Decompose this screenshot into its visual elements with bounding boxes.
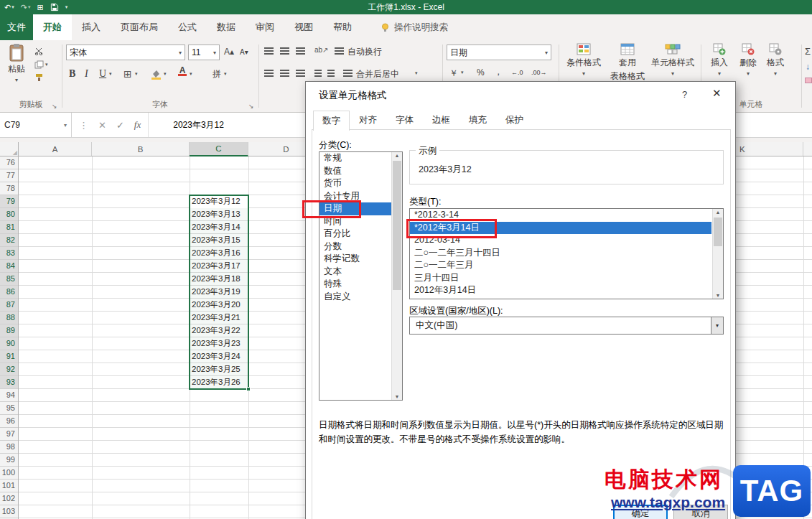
- insert-cells-button[interactable]: 插入 ▾: [706, 43, 732, 77]
- row-header[interactable]: 84: [0, 260, 18, 273]
- merge-center-button[interactable]: 合并后居中: [356, 68, 399, 80]
- cell[interactable]: 2023年3月23: [190, 337, 248, 350]
- scrollbar-thumb[interactable]: [393, 161, 401, 290]
- merge-center-dropdown[interactable]: ▾: [415, 70, 418, 76]
- format-as-table-button[interactable]: 套用 表格格式: [607, 43, 648, 83]
- category-item[interactable]: 货币: [319, 177, 391, 190]
- cell[interactable]: 2023年3月16: [190, 247, 248, 260]
- select-all-corner[interactable]: ◢: [0, 142, 19, 156]
- row-header[interactable]: 100: [0, 467, 18, 480]
- column-header-b[interactable]: B: [92, 142, 190, 156]
- type-item[interactable]: 2012年3月14日: [410, 284, 711, 297]
- borders-dropdown[interactable]: ▾: [135, 66, 138, 82]
- dialog-tab-fill[interactable]: 填充: [459, 111, 496, 130]
- dialog-tab-font[interactable]: 字体: [386, 111, 423, 130]
- font-color-dropdown[interactable]: ▾: [190, 66, 192, 82]
- tab-view[interactable]: 视图: [284, 14, 323, 40]
- row-header[interactable]: 101: [0, 480, 18, 492]
- cell[interactable]: 2023年3月26: [190, 376, 248, 389]
- row-header[interactable]: 98: [0, 441, 18, 454]
- row-header[interactable]: 99: [0, 454, 18, 467]
- cell[interactable]: 2023年3月20: [190, 299, 248, 312]
- increase-font-button[interactable]: A▴: [224, 47, 234, 57]
- delete-cells-button[interactable]: 删除 ▾: [735, 43, 761, 77]
- clear-icon[interactable]: [805, 78, 812, 83]
- row-header[interactable]: 92: [0, 363, 18, 376]
- category-item[interactable]: 常规: [319, 152, 391, 165]
- preview-button[interactable]: ⊞: [37, 3, 43, 12]
- cell[interactable]: 2023年3月14: [190, 221, 248, 234]
- dialog-close-button[interactable]: ✕: [712, 87, 722, 100]
- row-header[interactable]: 88: [0, 312, 18, 324]
- underline-button[interactable]: U: [99, 66, 106, 82]
- row-header[interactable]: 102: [0, 492, 18, 505]
- wrap-text-button[interactable]: 自动换行: [347, 46, 382, 58]
- type-item[interactable]: 二○一二年三月十四日: [410, 247, 711, 260]
- format-cells-button[interactable]: 格式 ▾: [762, 43, 788, 77]
- drag-handle-icon[interactable]: ⋮: [79, 120, 88, 131]
- copy-button[interactable]: ▾: [34, 60, 48, 69]
- row-header[interactable]: 79: [0, 195, 18, 208]
- fill-handle[interactable]: [246, 387, 251, 391]
- cut-button[interactable]: [34, 47, 43, 55]
- scroll-up-icon[interactable]: ▲: [713, 210, 723, 215]
- number-format-combo[interactable]: 日期▾: [447, 45, 551, 60]
- type-item-selected[interactable]: *2012年3月14日: [410, 222, 711, 235]
- clipboard-dialog-launcher-icon[interactable]: ↘: [52, 103, 57, 110]
- column-header-k[interactable]: K: [739, 145, 745, 154]
- type-item[interactable]: 三月十四日: [410, 272, 711, 285]
- comma-style-button[interactable]: ，: [494, 66, 503, 78]
- font-name-combo[interactable]: 宋体▾: [66, 45, 185, 60]
- category-item[interactable]: 特殊: [319, 278, 391, 291]
- save-button[interactable]: [50, 3, 59, 11]
- scrollbar-thumb[interactable]: [714, 218, 722, 246]
- cell[interactable]: 2023年3月21: [190, 312, 248, 324]
- row-header[interactable]: 86: [0, 286, 18, 299]
- category-item-selected[interactable]: 日期: [319, 202, 391, 215]
- dialog-tab-border[interactable]: 边框: [423, 111, 459, 130]
- italic-button[interactable]: I: [85, 66, 88, 82]
- fill-color-button[interactable]: [151, 66, 162, 82]
- dialog-tab-protection[interactable]: 保护: [496, 111, 533, 130]
- align-left-icon[interactable]: [264, 70, 274, 77]
- category-item[interactable]: 数值: [319, 165, 391, 178]
- font-size-combo[interactable]: 11▾: [188, 45, 220, 60]
- row-header[interactable]: 97: [0, 428, 18, 441]
- underline-dropdown[interactable]: ▾: [109, 66, 112, 82]
- dialog-help-button[interactable]: ?: [682, 89, 687, 100]
- type-item[interactable]: *2012-3-14: [410, 209, 711, 222]
- row-header[interactable]: 80: [0, 208, 18, 221]
- accounting-dropdown[interactable]: ▾: [461, 70, 464, 75]
- type-scrollbar[interactable]: ▲ ▼: [712, 209, 723, 299]
- watermark-site-url[interactable]: www.tagxp.com: [611, 494, 725, 511]
- formula-input[interactable]: 2023年3月12: [149, 119, 224, 131]
- increase-decimal-button[interactable]: ←.0: [511, 69, 523, 76]
- row-header[interactable]: 103: [0, 505, 18, 518]
- format-painter-button[interactable]: [34, 73, 44, 82]
- autosum-icon[interactable]: Σ: [805, 46, 811, 57]
- scroll-down-icon[interactable]: ▼: [713, 293, 723, 298]
- align-center-icon[interactable]: [280, 70, 289, 77]
- align-top-icon[interactable]: [264, 47, 274, 55]
- dialog-tab-number[interactable]: 数字: [313, 111, 350, 131]
- row-header[interactable]: 83: [0, 247, 18, 260]
- font-dialog-launcher-icon[interactable]: ↘: [248, 103, 254, 110]
- category-scrollbar[interactable]: ▲ ▼: [391, 152, 402, 400]
- category-item[interactable]: 自定义: [319, 291, 391, 304]
- align-right-icon[interactable]: [296, 70, 305, 77]
- increase-indent-icon[interactable]: [327, 70, 335, 77]
- align-bottom-icon[interactable]: [296, 47, 305, 55]
- paste-button[interactable]: 粘贴 ▾: [3, 43, 30, 83]
- type-item[interactable]: 二○一二年三月: [410, 259, 711, 272]
- cell[interactable]: 2023年3月12: [190, 195, 248, 208]
- tab-page-layout[interactable]: 页面布局: [111, 14, 168, 40]
- cell[interactable]: 2023年3月13: [190, 208, 248, 221]
- cancel-entry-button[interactable]: ✕: [98, 120, 106, 131]
- tab-data[interactable]: 数据: [207, 14, 246, 40]
- scroll-up-icon[interactable]: ▲: [392, 153, 402, 158]
- row-header[interactable]: 93: [0, 376, 18, 389]
- row-header[interactable]: 95: [0, 402, 18, 415]
- cell[interactable]: 2023年3月22: [190, 324, 248, 337]
- phonetic-button[interactable]: 拼: [213, 66, 221, 82]
- tab-formulas[interactable]: 公式: [168, 14, 207, 40]
